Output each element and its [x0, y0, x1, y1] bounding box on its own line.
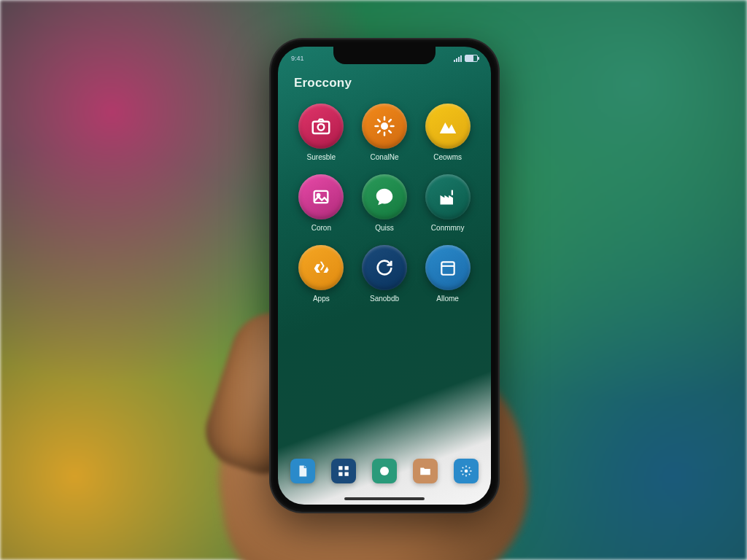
- svg-rect-23: [338, 472, 342, 476]
- svg-line-10: [389, 120, 391, 122]
- camera-icon: [298, 104, 344, 149]
- status-time: 9:41: [291, 55, 304, 62]
- svg-point-2: [381, 122, 388, 130]
- notch: [333, 47, 436, 64]
- app-allome[interactable]: Allome: [417, 245, 478, 303]
- app-label: Apps: [313, 295, 330, 303]
- svg-rect-13: [451, 190, 452, 195]
- app-label: Sanobdb: [370, 295, 399, 303]
- app-coron[interactable]: Coron: [291, 174, 352, 232]
- app-label: Quiss: [375, 224, 394, 232]
- dock-settings[interactable]: [454, 459, 479, 483]
- app-sanobdb[interactable]: Sanobdb: [355, 245, 415, 303]
- refresh-icon: [362, 245, 407, 290]
- svg-point-26: [465, 470, 468, 473]
- app-label: Conmmny: [431, 224, 465, 232]
- svg-line-8: [389, 131, 391, 133]
- svg-point-1: [318, 124, 325, 131]
- calendar-icon: [425, 245, 471, 290]
- svg-line-7: [378, 120, 380, 122]
- app-label: ConalNe: [371, 153, 399, 161]
- mountain-icon: [425, 104, 471, 149]
- app-label: Ceowms: [433, 153, 462, 161]
- app-conalne[interactable]: ConalNe: [355, 104, 415, 161]
- app-suresble[interactable]: Suresble: [291, 104, 352, 161]
- svg-point-25: [380, 467, 389, 475]
- page-title: Eroccony: [294, 76, 352, 90]
- app-quiss[interactable]: Quiss: [355, 174, 415, 232]
- svg-rect-24: [345, 472, 349, 476]
- status-indicators: [454, 55, 478, 62]
- app-ceowms[interactable]: Ceowms: [417, 104, 478, 161]
- app-label: Suresble: [307, 153, 336, 161]
- battery-icon: [465, 55, 478, 62]
- dock-doc[interactable]: [290, 459, 315, 483]
- recycle-icon: [298, 245, 344, 290]
- app-grid: Suresble ConalNe Ceowms Coron: [278, 104, 491, 303]
- photo-icon: [298, 174, 344, 219]
- svg-line-9: [378, 131, 380, 133]
- app-label: Coron: [311, 224, 331, 232]
- svg-rect-14: [441, 262, 454, 274]
- app-apps[interactable]: Apps: [291, 245, 352, 303]
- phone-screen: 9:41 Eroccony Suresble ConalNe: [278, 47, 491, 505]
- dock-folder[interactable]: [413, 459, 438, 483]
- svg-rect-11: [314, 191, 328, 203]
- home-indicator[interactable]: [344, 497, 425, 500]
- dock-grid[interactable]: [331, 459, 356, 483]
- app-conmmny[interactable]: Conmmny: [417, 174, 478, 232]
- svg-rect-21: [338, 466, 342, 470]
- svg-rect-22: [345, 466, 349, 470]
- dock-app[interactable]: [372, 459, 397, 483]
- signal-icon: [454, 55, 462, 62]
- dock: [278, 451, 491, 491]
- app-label: Allome: [436, 295, 459, 303]
- chat-icon: [362, 174, 407, 219]
- phone-frame: 9:41 Eroccony Suresble ConalNe: [271, 39, 498, 512]
- sun-icon: [362, 104, 407, 149]
- factory-icon: [425, 174, 471, 219]
